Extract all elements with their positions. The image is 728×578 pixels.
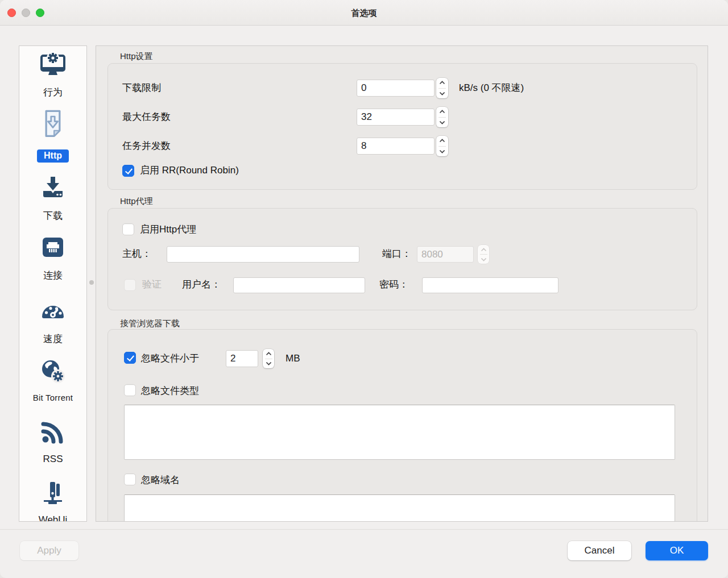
- concurrency-input[interactable]: [357, 138, 435, 155]
- concurrency-label: 任务并发数: [122, 138, 171, 155]
- sidebar-item-label: WebUi: [19, 514, 86, 522]
- sidebar-item-webui[interactable]: WebUi: [19, 479, 86, 522]
- rss-icon: [39, 418, 67, 446]
- password-input[interactable]: [422, 277, 559, 293]
- stepper-up-icon: [440, 110, 445, 115]
- ignore-size-checkbox[interactable]: [124, 352, 136, 364]
- port-stepper: [478, 245, 489, 264]
- stepper-up-icon: [266, 352, 271, 357]
- globe-gear-icon: [39, 357, 67, 385]
- ignore-domains-label: 忽略域名: [141, 472, 180, 489]
- speedometer-icon: [39, 297, 67, 325]
- sidebar-item-download[interactable]: 下载: [19, 174, 86, 222]
- enable-proxy-checkbox[interactable]: [122, 223, 134, 235]
- sidebar-item-label: 行为: [19, 86, 86, 99]
- username-label: 用户名：: [182, 276, 221, 293]
- auth-checkbox: [124, 279, 136, 291]
- max-tasks-label: 最大任务数: [122, 109, 171, 126]
- sidebar-item-http[interactable]: Http: [19, 109, 86, 163]
- download-limit-input[interactable]: [357, 80, 435, 97]
- ok-button[interactable]: OK: [646, 541, 708, 560]
- sidebar-item-label: Bit Torrent: [19, 393, 86, 402]
- sidebar-item-label: RSS: [19, 454, 86, 465]
- ignore-types-checkbox[interactable]: [124, 384, 136, 396]
- section-title-http-settings: Http设置: [120, 51, 153, 62]
- sidebar-item-behavior[interactable]: 行为: [19, 51, 86, 99]
- stepper-down-icon: [440, 148, 445, 153]
- ignore-size-input[interactable]: [226, 350, 258, 367]
- sidebar-item-label: Http: [37, 149, 69, 163]
- stepper-down-icon: [266, 360, 271, 365]
- window-title: 首选项: [0, 0, 728, 26]
- download-tray-icon: [39, 174, 67, 201]
- stepper-down-icon: [440, 90, 445, 95]
- sidebar-item-bittorrent[interactable]: Bit Torrent: [19, 357, 86, 402]
- stepper-up-icon: [440, 139, 445, 144]
- ethernet-port-icon: [39, 234, 67, 261]
- footer-separator: [0, 529, 728, 530]
- cancel-button[interactable]: Cancel: [568, 541, 631, 560]
- port-label: 端口：: [382, 246, 411, 263]
- ignore-size-stepper[interactable]: [263, 349, 274, 368]
- ignore-types-textarea[interactable]: [124, 405, 675, 460]
- stepper-up-icon: [481, 247, 486, 253]
- settings-pane: Http设置 下载限制 kB/s (0 不限速) 最大任务数 任务并发数: [96, 45, 708, 522]
- max-tasks-stepper[interactable]: [436, 107, 448, 127]
- download-limit-label: 下载限制: [122, 80, 161, 97]
- password-label: 密码：: [379, 276, 408, 293]
- ignore-domains-checkbox[interactable]: [124, 473, 136, 485]
- preferences-window: 首选项 行为: [0, 0, 728, 578]
- stepper-down-icon: [481, 256, 486, 261]
- sidebar-item-label: 连接: [19, 269, 86, 282]
- username-input[interactable]: [233, 277, 365, 293]
- browser-takeover-group: 忽略文件小于 MB 忽略文件类型 忽略域名: [107, 329, 697, 522]
- ignore-types-label: 忽略文件类型: [141, 382, 199, 400]
- http-settings-group: 下载限制 kB/s (0 不限速) 最大任务数 任务并发数: [107, 63, 697, 190]
- rr-checkbox-label: 启用 RR(Round Robin): [140, 163, 239, 178]
- ignore-domains-textarea[interactable]: [124, 494, 675, 522]
- enable-proxy-label: 启用Http代理: [140, 222, 196, 237]
- download-limit-stepper[interactable]: [436, 78, 448, 98]
- stepper-down-icon: [440, 119, 445, 124]
- port-input[interactable]: [417, 246, 474, 263]
- host-label: 主机：: [122, 246, 151, 263]
- http-proxy-group: 启用Http代理 主机： 端口： 验证 用户名： 密码：: [107, 208, 697, 310]
- section-title-browser-takeover: 接管浏览器下载: [120, 318, 180, 329]
- host-input[interactable]: [167, 246, 359, 263]
- sidebar-item-label: 下载: [19, 209, 86, 222]
- auth-checkbox-label: 验证: [142, 277, 162, 292]
- sidebar-item-label: 速度: [19, 332, 86, 346]
- splitter-handle[interactable]: [89, 280, 94, 285]
- stepper-up-icon: [440, 81, 445, 86]
- ignore-size-label: 忽略文件小于: [141, 350, 199, 367]
- concurrency-stepper[interactable]: [436, 136, 448, 156]
- section-title-http-proxy: Http代理: [120, 196, 153, 207]
- titlebar: 首选项: [0, 0, 728, 26]
- sidebar-item-rss[interactable]: RSS: [19, 418, 86, 465]
- ignore-size-unit: MB: [286, 350, 300, 367]
- sidebar: 行为 Http 下载: [19, 45, 87, 522]
- server-network-icon: [39, 479, 67, 506]
- apply-button: Apply: [20, 541, 78, 560]
- sidebar-item-speed[interactable]: 速度: [19, 297, 86, 346]
- document-download-icon: [38, 109, 68, 140]
- download-limit-suffix: kB/s (0 不限速): [459, 80, 524, 97]
- max-tasks-input[interactable]: [357, 109, 435, 126]
- rr-checkbox[interactable]: [122, 165, 134, 177]
- monitor-gear-icon: [39, 51, 67, 78]
- sidebar-item-connection[interactable]: 连接: [19, 234, 86, 282]
